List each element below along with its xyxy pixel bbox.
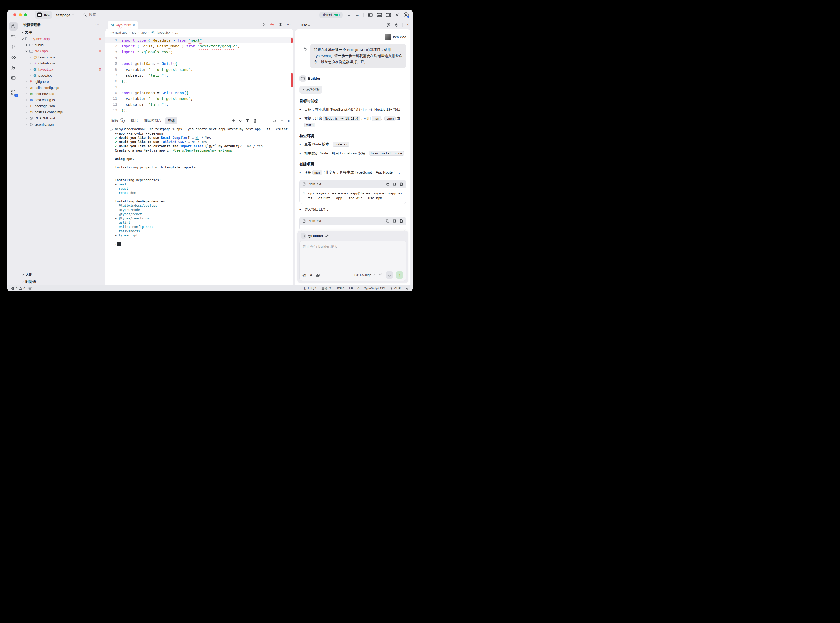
terminal-tab[interactable]: 输出 — [128, 117, 140, 124]
thinking-process-chip[interactable]: 思考过程 — [300, 86, 322, 94]
activity-debug-button[interactable] — [9, 63, 17, 72]
code-line[interactable]: 4 — [105, 55, 293, 61]
send-button[interactable]: ↑ — [396, 272, 403, 279]
explorer-section-files[interactable]: 文件 — [19, 29, 103, 36]
copy-icon[interactable] — [386, 219, 389, 223]
code-line[interactable]: 13}); — [105, 107, 293, 113]
voice-input-button[interactable] — [386, 272, 393, 279]
nav-back-button[interactable]: ← — [347, 13, 351, 17]
toggle-left-panel-button[interactable] — [368, 13, 373, 17]
status-item[interactable]: {} — [357, 287, 360, 290]
minimize-window-button[interactable] — [18, 13, 22, 17]
tree-item-page.tsx[interactable]: page.tsx — [19, 72, 103, 78]
maximize-panel-icon[interactable] — [280, 119, 284, 123]
problems-errors[interactable]: 8 — [11, 287, 17, 290]
image-attach-icon[interactable] — [316, 273, 320, 277]
toggle-bottom-panel-button[interactable] — [377, 13, 382, 17]
problems-warnings[interactable]: 0 — [19, 287, 25, 290]
add-file-icon[interactable] — [400, 219, 403, 223]
activity-explorer-button[interactable] — [9, 22, 17, 31]
breadcrumb-item[interactable]: src — [132, 31, 137, 34]
code-editor[interactable]: 1import type { Metadata } from "next";2i… — [105, 36, 293, 116]
terminal-settings-icon[interactable] — [273, 119, 277, 123]
code-text[interactable]: npx --yes create-next-app@latest my-next… — [308, 191, 403, 201]
mention-button[interactable]: @ — [302, 273, 306, 277]
breadcrumb-item[interactable]: … — [175, 31, 178, 34]
status-item[interactable]: 行 1, 列 1 — [304, 287, 317, 290]
tab-layout-tsx[interactable]: layout.tsx × — [108, 21, 138, 29]
explorer-more-button[interactable]: ··· — [95, 23, 100, 27]
history-icon[interactable] — [394, 23, 399, 27]
tree-item-src-app[interactable]: src / app — [19, 48, 103, 54]
code-line[interactable]: 10const geistMono = Geist_Mono({ — [105, 90, 293, 96]
chat-input-box[interactable]: 您正在与 Builder 聊天 @ # GPT-5-high — [300, 241, 406, 281]
split-terminal-icon[interactable] — [246, 119, 249, 123]
tree-item-next.config.ts[interactable]: TSnext.config.ts — [19, 97, 103, 103]
context-tag-button[interactable]: # — [310, 273, 312, 277]
tree-item-favicon.ico[interactable]: favicon.ico — [19, 54, 103, 60]
upgrade-pro-button[interactable]: 升级到 Pro › — [319, 12, 343, 18]
terminal-tab[interactable]: 终端 — [165, 117, 177, 124]
tree-item-my-next-app[interactable]: my-next-app — [19, 36, 103, 42]
ai-burst-icon[interactable] — [270, 22, 274, 26]
new-chat-icon[interactable] — [386, 23, 391, 27]
terminal-tab[interactable]: 调试控制台 — [142, 117, 164, 124]
code-line[interactable]: 2import { Geist, Geist_Mono } from "next… — [105, 43, 293, 49]
code-line[interactable]: 1import type { Metadata } from "next"; — [105, 37, 293, 43]
notifications-muted-icon[interactable] — [405, 287, 409, 290]
split-editor-icon[interactable] — [278, 23, 283, 26]
tree-item-globals.css[interactable]: #globals.css — [19, 60, 103, 66]
tools-icon[interactable] — [325, 234, 329, 238]
close-window-button[interactable] — [13, 13, 17, 17]
code-line[interactable]: 6 variable: "--font-geist-sans", — [105, 67, 293, 72]
tree-item-readme.md[interactable]: README.md — [19, 115, 103, 121]
activity-remote-button[interactable] — [9, 74, 17, 82]
tree-item-tsconfig.json[interactable]: tsconfig.json — [19, 121, 103, 127]
activity-source-control-button[interactable] — [9, 43, 17, 51]
tree-item-next-env.d.ts[interactable]: TSnext-env.d.ts — [19, 91, 103, 97]
breadcrumb[interactable]: my-next-app›src›app›layout.tsx›… — [105, 29, 293, 36]
breadcrumb-item[interactable]: layout.tsx — [157, 31, 171, 34]
status-item[interactable]: TypeScript JSX — [364, 287, 385, 290]
tree-item-postcss.config.mjs[interactable]: JSpostcss.config.mjs — [19, 109, 103, 115]
close-panel-icon[interactable]: × — [406, 22, 409, 27]
outline-section[interactable]: 大纲 — [19, 271, 103, 278]
project-selector[interactable]: testpage — [55, 12, 76, 18]
activity-preview-button[interactable] — [9, 53, 17, 61]
code-line[interactable]: 7 subsets: ["latin"], — [105, 72, 293, 78]
timeline-section[interactable]: 时间线 — [19, 278, 103, 285]
context-label[interactable]: @Builder — [308, 234, 323, 238]
run-icon[interactable] — [262, 23, 266, 26]
code-line[interactable]: 8}); — [105, 78, 293, 84]
terminal-more-button[interactable]: ··· — [261, 119, 265, 123]
code-line[interactable]: 9 — [105, 84, 293, 90]
zoom-window-button[interactable] — [24, 13, 27, 17]
activity-search-button[interactable] — [9, 32, 17, 41]
toggle-right-panel-button[interactable] — [386, 13, 391, 17]
tree-item-eslint.config.mjs[interactable]: JSeslint.config.mjs — [19, 84, 103, 91]
breadcrumb-item[interactable]: app — [141, 31, 146, 34]
ide-mode-badge[interactable]: IDE — [34, 11, 52, 18]
add-file-icon[interactable] — [400, 182, 403, 186]
close-panel-button[interactable]: × — [288, 118, 290, 123]
more-actions-button[interactable]: ··· — [287, 23, 291, 26]
settings-gear-icon[interactable] — [395, 12, 400, 17]
nav-forward-button[interactable]: → — [355, 13, 360, 17]
status-item[interactable]: UTF-8 — [335, 287, 344, 290]
restore-checkpoint-icon[interactable] — [303, 47, 308, 51]
copy-icon[interactable] — [386, 182, 389, 186]
code-line[interactable]: 5const geistSans = Geist({ — [105, 61, 293, 67]
status-item[interactable]: LF — [349, 287, 352, 290]
ports-icon[interactable] — [28, 287, 32, 290]
new-terminal-icon[interactable] — [231, 119, 235, 123]
terminal-tab[interactable]: 问题8 — [109, 117, 127, 124]
status-cue[interactable]: CUE — [390, 287, 401, 290]
insert-terminal-icon[interactable] — [393, 219, 396, 223]
kill-terminal-icon[interactable] — [253, 119, 257, 123]
tree-item-layout.tsx[interactable]: layout.tsx8 — [19, 66, 103, 72]
tree-item-package.json[interactable]: { }package.json — [19, 103, 103, 109]
search-button[interactable]: 搜索 — [82, 11, 97, 18]
activity-extensions-button[interactable]: 1 — [9, 88, 17, 97]
enhance-prompt-icon[interactable] — [378, 273, 383, 277]
status-item[interactable]: 空格: 2 — [322, 287, 331, 290]
